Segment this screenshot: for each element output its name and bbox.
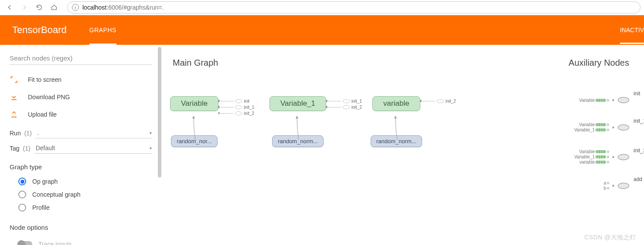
refresh-button[interactable] [33,1,45,13]
tag-select[interactable]: Default [34,143,152,154]
node-variable-1[interactable]: Variable_1 [269,96,326,111]
aux-nodes-title: Auxiliary Nodes [569,58,629,68]
radio-profile-label: Profile [32,204,50,211]
run-select-row: Run (1) . ▾ [10,128,152,138]
aux-node-init-1[interactable]: Variable Variable_1 init_1 [574,122,629,132]
node-outputs: init_2 [420,98,456,104]
search-input[interactable] [10,52,152,65]
node-variable[interactable]: Variable [170,96,218,111]
download-png-label: Download PNG [28,94,70,101]
fit-screen-icon [10,75,18,84]
upload-file-label: Upload file [28,111,57,118]
graph-cluster-variable-1: Variable_1 init_1 init_2 random_norm... [269,96,326,147]
node-outputs: init_1 init_2 [326,98,362,110]
main-graph-title: Main Graph [173,58,218,68]
edge-arrow [190,116,199,141]
site-info-icon[interactable]: i [72,4,79,11]
tag-select-row: Tag (1) Default ▾ [10,143,152,154]
download-png-button[interactable]: Download PNG [10,88,152,106]
graph-type-radios: Op graph Conceptual graph Profile [10,175,152,214]
node-options-header: Node options [10,224,152,231]
radio-conceptual-graph[interactable]: Conceptual graph [10,188,152,201]
run-label: Run [10,130,21,137]
trace-inputs-label: Trace inputs [38,241,72,245]
aux-node-init[interactable]: Variable init [579,97,629,103]
back-button[interactable] [3,1,16,13]
app-logo: TensorBoard [12,24,67,36]
tag-count: (1) [23,145,31,152]
aux-node-add[interactable]: a b add [603,181,629,191]
forward-button [18,1,31,13]
trace-inputs-toggle[interactable]: Trace inputs [10,241,152,245]
fit-to-screen-label: Fit to screen [28,76,61,83]
url-text: localhost:6006/#graphs&run=. [82,4,164,11]
tab-inactive[interactable]: INACTIV [620,15,644,45]
fit-to-screen-button[interactable]: Fit to screen [10,71,152,88]
tab-graphs[interactable]: GRAPHS [89,15,116,45]
scrollbar[interactable] [158,47,161,178]
node-outputs: init init_1 init_2 [218,98,254,116]
aux-node-init-2[interactable]: Variable Variable_1 variable init_2 [574,149,629,164]
tag-label: Tag [10,145,20,152]
main-area: Fit to screen Download PNG Upload file R… [0,45,644,245]
upload-icon [10,110,18,119]
app-header: TensorBoard GRAPHS INACTIV [0,15,644,45]
node-variable-2[interactable]: variable [372,96,420,111]
graph-canvas[interactable]: Main Graph Auxiliary Nodes Variable init… [161,45,644,245]
graph-cluster-variable: Variable init init_1 init_2 random_nor..… [170,96,218,147]
sidebar: Fit to screen Download PNG Upload file R… [0,45,161,245]
download-icon [10,93,18,101]
radio-profile[interactable]: Profile [10,201,152,214]
run-count: (1) [24,130,32,137]
radio-op-graph[interactable]: Op graph [10,175,152,188]
home-button[interactable] [48,1,60,13]
browser-toolbar: i localhost:6006/#graphs&run=. [0,0,644,15]
watermark: CSDN @大地之灯 [584,234,636,242]
radio-conceptual-label: Conceptual graph [32,191,81,198]
run-select[interactable]: . [35,128,152,138]
graph-cluster-variable-2: variable init_2 random_norm... [371,96,422,147]
edge-arrow [392,116,401,141]
graph-type-header: Graph type [10,163,152,171]
address-bar[interactable]: i localhost:6006/#graphs&run=. [67,1,641,13]
edge-arrow [293,116,302,141]
radio-op-graph-label: Op graph [32,178,58,185]
upload-file-button[interactable]: Upload file [10,106,152,123]
